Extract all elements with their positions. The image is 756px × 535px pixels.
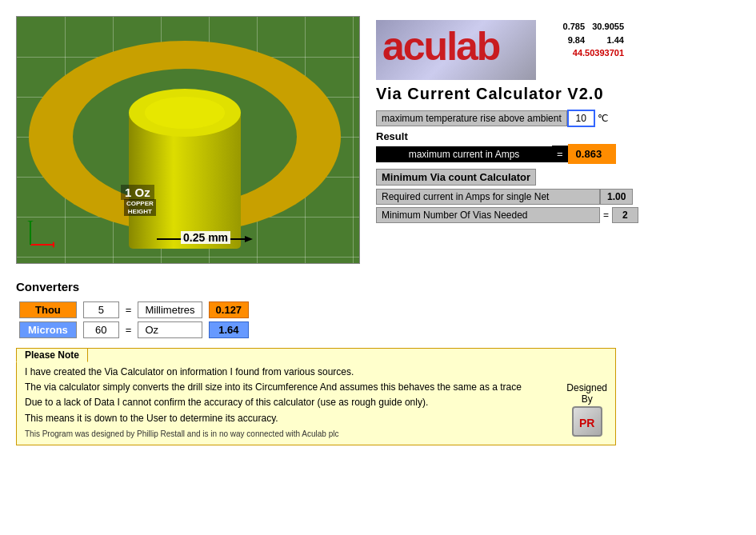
note-content: I have created the Via Calculator on inf… bbox=[25, 365, 607, 426]
min-via-title: Minimum Via count Calculator bbox=[376, 169, 536, 186]
dimension-value: 0.25 mm bbox=[181, 231, 230, 244]
logo-image: aculab bbox=[376, 20, 536, 80]
calculator-title: Via Current Calculator V2.0 bbox=[376, 85, 740, 103]
required-current-label: Required current in Amps for single Net bbox=[376, 189, 600, 205]
dimension-indicator: 0.25 mm bbox=[157, 233, 253, 246]
calculator-panel: aculab 0.785 30.9055 9.84 1.44 44.503937… bbox=[376, 16, 740, 264]
svg-marker-8 bbox=[53, 242, 54, 248]
min-vias-row: Minimum Number Of Vias Needed = 2 bbox=[376, 207, 740, 223]
result-eq: = bbox=[552, 146, 568, 162]
note-box: Please Note I have created the Via Calcu… bbox=[16, 348, 616, 445]
temp-rise-value[interactable]: 10 bbox=[567, 110, 595, 127]
required-current-value[interactable]: 1.00 bbox=[600, 189, 633, 205]
note-tab: Please Note bbox=[16, 348, 88, 362]
grid-line bbox=[353, 17, 354, 263]
visualization-panel: 1 Oz COPPERHEIGHT 0.25 mm bbox=[16, 16, 360, 264]
thou-label: Thou bbox=[19, 301, 77, 318]
logo-numbers: 0.785 30.9055 9.84 1.44 44.50393701 bbox=[563, 20, 624, 60]
microns-input[interactable] bbox=[83, 321, 119, 338]
min-vias-eq: = bbox=[600, 208, 612, 222]
designed-by: DesignedBy PR bbox=[566, 382, 607, 437]
svg-marker-6 bbox=[245, 236, 253, 242]
svg-marker-10 bbox=[27, 221, 34, 222]
min-via-section: Minimum Via count Calculator Required cu… bbox=[376, 169, 740, 223]
grid-line bbox=[17, 257, 359, 258]
note-line-2: The via calculator simply converts the d… bbox=[25, 380, 607, 395]
temp-rise-label: maximum temperature rise above ambient bbox=[376, 110, 567, 126]
result-heading: Result bbox=[376, 130, 740, 142]
converters-title: Converters bbox=[16, 280, 740, 293]
temp-rise-unit: ℃ bbox=[598, 113, 608, 124]
temp-rise-row: maximum temperature rise above ambient 1… bbox=[376, 110, 740, 127]
note-line-1: I have created the Via Calculator on inf… bbox=[25, 365, 607, 380]
microns-unit: Oz bbox=[138, 321, 202, 338]
axis-indicator bbox=[26, 221, 54, 251]
required-current-row: Required current in Amps for single Net … bbox=[376, 189, 740, 205]
result-current-label: maximum current in Amps bbox=[376, 146, 552, 162]
note-line-3: Due to a lack of Data I cannot confirm t… bbox=[25, 395, 607, 410]
min-vias-value: 2 bbox=[612, 207, 638, 223]
oz-unit: Oz bbox=[135, 186, 150, 199]
thou-result: 0.127 bbox=[209, 301, 250, 318]
oz-number: 1 bbox=[125, 186, 131, 199]
thou-unit: Millimetres bbox=[138, 301, 202, 318]
note-line-4: This means it is down to the User to det… bbox=[25, 411, 607, 426]
microns-label: Microns bbox=[19, 321, 77, 338]
min-vias-label: Minimum Number Of Vias Needed bbox=[376, 207, 600, 223]
microns-result: 1.64 bbox=[209, 321, 250, 338]
logo-area: aculab 0.785 30.9055 9.84 1.44 44.503937… bbox=[376, 20, 740, 80]
oz-label: 1 Oz bbox=[121, 185, 154, 200]
result-row: maximum current in Amps = 0.863 bbox=[376, 144, 740, 164]
copper-height-label: COPPERHEIGHT bbox=[124, 199, 156, 216]
converters-table: Thou = Millimetres 0.127 Microns = Oz 1.… bbox=[16, 300, 252, 340]
svg-point-4 bbox=[145, 97, 225, 129]
logo-text: aculab bbox=[382, 23, 499, 70]
thou-input[interactable] bbox=[83, 301, 119, 318]
note-footer: This Program was designed by Phillip Res… bbox=[25, 429, 607, 438]
pr-badge: PR bbox=[572, 406, 602, 437]
microns-equals: = bbox=[122, 320, 135, 340]
bottom-section: Converters Thou = Millimetres 0.127 Micr… bbox=[16, 280, 740, 445]
converter-row-microns: Microns = Oz 1.64 bbox=[16, 320, 252, 340]
result-current-value: 0.863 bbox=[568, 144, 616, 164]
thou-equals: = bbox=[122, 300, 135, 320]
converter-row-thou: Thou = Millimetres 0.127 bbox=[16, 300, 252, 320]
